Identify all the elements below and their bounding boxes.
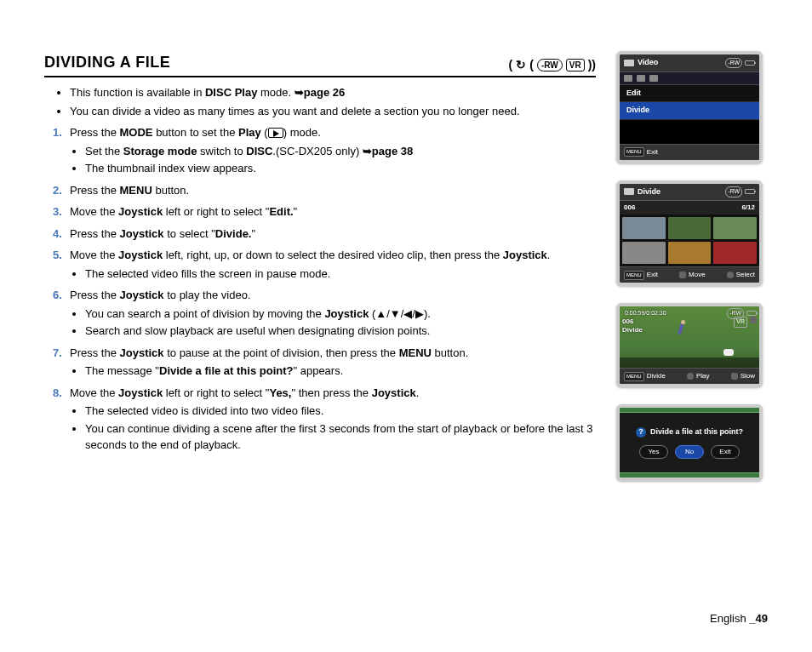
menu-button-icon[interactable]: MENU: [624, 372, 644, 381]
screen-header: Divide -RW: [620, 184, 759, 202]
exit-label: Exit: [647, 270, 658, 280]
play-label: Play: [696, 371, 710, 381]
slow-icon: [731, 373, 738, 380]
step: Press the MODE button to set the Play ()…: [53, 124, 596, 177]
thumbnail-grid: [620, 214, 759, 266]
title-row: DIVIDING A FILE (↻(-RW VR)): [44, 51, 596, 77]
yes-button[interactable]: Yes: [639, 445, 668, 459]
thumbnail[interactable]: [622, 242, 666, 264]
substep: Search and slow playback are useful when…: [85, 323, 596, 340]
empty-area: [620, 120, 759, 144]
screen-playback: 0:00:59/0:02:30 -RW VR 006 Divide: [616, 303, 763, 387]
intro-list: This function is available in DISC Play …: [44, 84, 596, 119]
exit-button[interactable]: Exit: [711, 445, 740, 459]
substep: You can search a point of division by mo…: [85, 306, 596, 323]
disc-badge-icon: -RW: [725, 58, 742, 69]
dialog-question-row: ? Divide a file at this point?: [636, 426, 743, 438]
menu-button-icon[interactable]: MENU: [624, 271, 644, 280]
step: Press the Joystick to play the video. Yo…: [53, 287, 596, 340]
no-button[interactable]: No: [675, 445, 704, 459]
intro-item: You can divide a video as many times as …: [70, 103, 596, 120]
step: Move the Joystick left or right to selec…: [53, 385, 596, 454]
camera-icon: [624, 188, 634, 195]
screen-footer: MENU Exit: [620, 144, 759, 160]
dialog-bottom-bar: [620, 472, 759, 478]
substep: Set the Storage mode switch to DISC.(SC-…: [85, 143, 596, 160]
tab-icon[interactable]: [624, 75, 632, 82]
dialog-question-text: Divide a file at this point?: [650, 426, 743, 438]
screen-confirm-dialog: ? Divide a file at this point? Yes No Ex…: [616, 404, 763, 481]
battery-icon: [746, 311, 757, 316]
language-label: English: [710, 612, 749, 625]
steps-list: Press the MODE button to set the Play ()…: [44, 124, 596, 454]
video-subject-dog: [723, 349, 734, 356]
screen-video-menu: Video -RW Edit Divide MENU Exit: [616, 51, 763, 163]
intro-item: This function is available in DISC Play …: [70, 84, 596, 101]
step: Move the Joystick left, right, up, or do…: [53, 247, 596, 282]
menu-button-icon[interactable]: MENU: [624, 147, 644, 157]
refresh-icon: ↻: [516, 56, 526, 74]
disc-badge-icon: -RW: [725, 186, 742, 197]
exit-label: Exit: [647, 147, 658, 157]
clip-count: 6/12: [741, 203, 755, 213]
page-footer: English _49: [710, 610, 768, 627]
right-column: Video -RW Edit Divide MENU Exit: [616, 51, 768, 498]
play-mode-icon: [268, 128, 283, 138]
header-title: Video: [638, 57, 658, 69]
menu-item-divide[interactable]: Divide: [620, 102, 759, 120]
screen-footer: MENU Divide Play Slow: [620, 368, 759, 384]
step: Press the Joystick to select "Divide.": [53, 226, 596, 243]
mode-label: Divide: [622, 325, 643, 335]
sub-header: 006 6/12: [620, 201, 759, 214]
slow-label: Slow: [741, 371, 755, 381]
screen-divide-grid: Divide -RW 006 6/12 MENU Exit Mo: [616, 180, 763, 287]
step: Press the Joystick to pause at the point…: [53, 345, 596, 380]
thumbnail[interactable]: [622, 217, 666, 239]
screen-footer: MENU Exit Move Select: [620, 266, 759, 283]
dialog-button-row: Yes No Exit: [639, 445, 740, 459]
thumbnail[interactable]: [713, 242, 757, 264]
substep: The message "Divide a file at this point…: [85, 363, 596, 380]
playback-video[interactable]: 0:00:59/0:02:30 -RW VR 006 Divide: [620, 306, 759, 368]
vr-badge: VR: [566, 59, 585, 71]
substep: The selected video fills the screen in p…: [85, 266, 596, 283]
tab-icon[interactable]: [637, 75, 645, 82]
thumbnail[interactable]: [668, 217, 712, 239]
tab-icon[interactable]: [649, 75, 658, 82]
substep: The selected video is divided into two v…: [85, 403, 596, 420]
top-badges: (↻(-RW VR)): [509, 56, 596, 74]
video-subject: [666, 318, 700, 352]
camera-icon: [624, 60, 634, 66]
move-label: Move: [689, 270, 706, 280]
header-title: Divide: [638, 186, 660, 198]
disc-badge: -RW: [537, 59, 563, 71]
battery-icon: [745, 189, 755, 194]
clip-id: 006: [624, 203, 635, 213]
substep: You can continue dividing a scene after …: [85, 420, 596, 454]
select-icon: [727, 272, 734, 278]
play-icon: [687, 373, 694, 380]
battery-icon: [745, 60, 755, 66]
step: Press the MENU button.: [53, 182, 596, 199]
page-ref: ➥page 38: [363, 145, 413, 157]
dialog-body: ? Divide a file at this point? Yes No Ex…: [620, 413, 759, 472]
lock-icon: [750, 317, 757, 323]
thumbnail[interactable]: [668, 242, 712, 264]
page-number: _49: [749, 612, 768, 625]
screen-header: Video -RW: [620, 54, 759, 72]
page-title: DIVIDING A FILE: [44, 51, 170, 74]
menu-item-edit[interactable]: Edit: [620, 85, 759, 103]
move-icon: [679, 272, 686, 278]
page-ref: ➥page 26: [294, 86, 345, 99]
progress-bar-area: [620, 357, 759, 368]
vr-badge-icon: VR: [734, 317, 747, 328]
select-label: Select: [736, 270, 755, 280]
divide-label: Divide: [647, 371, 666, 381]
main-content: DIVIDING A FILE (↻(-RW VR)) This functio…: [44, 51, 596, 498]
substep: The thumbnail index view appears.: [85, 160, 596, 177]
step: Move the Joystick left or right to selec…: [53, 203, 596, 220]
question-icon: ?: [636, 427, 646, 438]
thumbnail[interactable]: [713, 217, 757, 239]
tab-row: [620, 72, 759, 85]
